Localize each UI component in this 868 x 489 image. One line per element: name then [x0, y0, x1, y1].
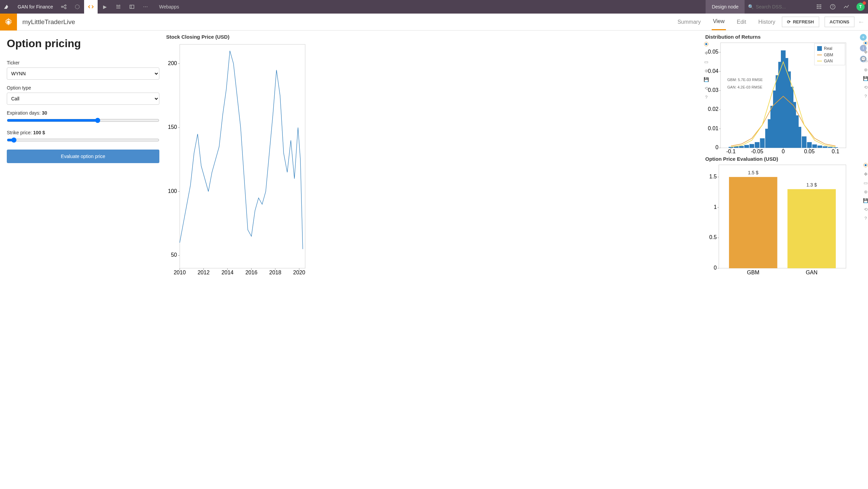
svg-text:GBM: 5.7E-03 RMSE: GBM: 5.7E-03 RMSE [727, 78, 763, 82]
search-input[interactable] [756, 4, 807, 9]
svg-text:0.1: 0.1 [832, 149, 839, 154]
box-zoom-tool-icon[interactable]: ▭ [863, 180, 868, 186]
box-zoom-tool-icon[interactable]: ▭ [863, 58, 868, 64]
more-icon[interactable]: ⋯ [139, 0, 152, 14]
svg-rect-84 [807, 142, 812, 148]
svg-point-1 [65, 5, 66, 6]
svg-rect-10 [820, 6, 821, 7]
svg-rect-13 [820, 8, 821, 9]
dashboard-icon[interactable] [125, 0, 139, 14]
tab-history[interactable]: History [757, 14, 777, 30]
option-type-select[interactable]: Call [7, 93, 159, 105]
svg-rect-17 [180, 44, 305, 268]
recipe-icon[interactable] [71, 0, 84, 14]
help-tool-icon[interactable]: ? [863, 93, 868, 99]
play-icon[interactable]: ▶ [98, 0, 112, 14]
distribution-chart[interactable]: 00.010.020.030.040.05-0.1-0.0500.050.1GB… [705, 41, 848, 156]
ticker-label: Ticker [7, 60, 159, 65]
svg-rect-89 [833, 147, 838, 148]
pan-tool-icon[interactable]: ✥ [863, 171, 868, 177]
project-name[interactable]: GAN for Finance [14, 4, 57, 9]
svg-text:Real: Real [824, 46, 832, 51]
svg-text:1: 1 [714, 204, 717, 210]
design-node-label[interactable]: Design node [706, 0, 745, 14]
svg-text:2014: 2014 [221, 270, 234, 275]
pan-tool-icon[interactable]: ✥ [863, 49, 868, 55]
gear-icon[interactable] [0, 14, 17, 31]
reset-tool-icon[interactable]: ⟲ [863, 84, 868, 90]
svg-text:1.3 $: 1.3 $ [806, 182, 817, 188]
page-heading: Option pricing [7, 37, 159, 50]
svg-rect-69 [760, 138, 765, 148]
svg-text:2010: 2010 [174, 270, 186, 275]
bokeh-logo-icon[interactable] [863, 162, 868, 168]
refresh-button[interactable]: ⟳REFRESH [782, 17, 819, 27]
svg-text:GAN: GAN [824, 59, 833, 63]
svg-rect-85 [812, 144, 817, 148]
svg-point-3 [75, 5, 79, 9]
svg-rect-93 [817, 46, 822, 51]
search-box[interactable]: 🔍 [745, 4, 812, 9]
help-icon[interactable]: ? [826, 0, 840, 14]
user-avatar[interactable]: T [856, 3, 865, 11]
svg-text:100: 100 [168, 188, 177, 194]
code-icon[interactable] [84, 0, 98, 14]
collapse-arrow-icon[interactable]: ← [854, 18, 868, 26]
svg-text:0.01: 0.01 [708, 125, 718, 131]
svg-text:0.04: 0.04 [708, 68, 718, 74]
help-tool-icon[interactable]: ? [863, 215, 868, 221]
flow-icon[interactable] [57, 0, 71, 14]
right-chart-panel: Distribution of Returns 00.010.020.030.0… [705, 34, 861, 486]
strike-slider[interactable] [7, 137, 159, 143]
svg-text:1.5 $: 1.5 $ [748, 170, 758, 175]
svg-rect-88 [828, 147, 833, 148]
main-content: Option pricing Ticker WYNN Option type C… [0, 31, 868, 489]
svg-rect-7 [820, 4, 821, 5]
svg-text:2012: 2012 [198, 270, 210, 275]
svg-rect-5 [817, 4, 818, 5]
expiration-slider[interactable] [7, 118, 159, 123]
evaluation-chart[interactable]: 00.511.51.5 $GBM1.3 $GAN [705, 163, 848, 278]
svg-text:GAN: 4.2E-03 RMSE: GAN: 4.2E-03 RMSE [727, 85, 762, 89]
svg-text:0.5: 0.5 [709, 234, 717, 240]
svg-text:GBM: GBM [824, 53, 833, 57]
reset-tool-icon[interactable]: ⟲ [863, 206, 868, 212]
svg-point-16 [7, 21, 9, 23]
list-icon[interactable] [112, 0, 125, 14]
activity-icon[interactable] [840, 0, 853, 14]
ticker-select[interactable]: WYNN [7, 67, 159, 80]
section-tab-label[interactable]: Webapps [152, 4, 186, 9]
svg-text:0.02: 0.02 [708, 106, 718, 112]
tab-view[interactable]: View [712, 14, 726, 30]
svg-text:50: 50 [171, 252, 177, 258]
bokeh-logo-icon[interactable] [863, 40, 868, 46]
svg-rect-65 [739, 146, 744, 148]
webapp-title: myLittleTraderLive [17, 18, 81, 26]
svg-text:0.05: 0.05 [708, 49, 718, 55]
svg-rect-12 [818, 8, 820, 9]
app-logo-icon[interactable] [0, 0, 14, 14]
eval-chart-title: Option Price Evaluation (USD) [705, 156, 861, 162]
svg-text:200: 200 [168, 60, 177, 66]
svg-rect-68 [755, 142, 760, 148]
option-type-label: Option type [7, 85, 159, 91]
evaluate-button[interactable]: Evaluate option price [7, 150, 159, 163]
save-tool-icon[interactable]: 💾 [863, 197, 868, 203]
svg-point-117 [865, 164, 867, 166]
actions-button[interactable]: ACTIONS [825, 17, 855, 27]
tab-edit[interactable]: Edit [735, 14, 748, 30]
svg-text:1.5: 1.5 [709, 174, 717, 179]
svg-text:0.03: 0.03 [708, 87, 718, 93]
tab-summary[interactable]: Summary [676, 14, 702, 30]
stock-chart[interactable]: 50100150200201020122014201620182020 [166, 41, 309, 278]
wheel-zoom-tool-icon[interactable]: ⊕ [863, 189, 868, 195]
stock-chart-title: Stock Closing Price (USD) [166, 34, 702, 40]
svg-point-2 [65, 7, 66, 9]
wheel-zoom-tool-icon[interactable]: ⊕ [863, 66, 868, 73]
apps-grid-icon[interactable] [812, 0, 826, 14]
view-tabs: Summary View Edit History [676, 14, 776, 30]
svg-rect-63 [729, 147, 733, 148]
svg-text:-0.1: -0.1 [726, 149, 736, 154]
save-tool-icon[interactable]: 💾 [863, 75, 868, 81]
svg-text:2016: 2016 [245, 270, 258, 275]
